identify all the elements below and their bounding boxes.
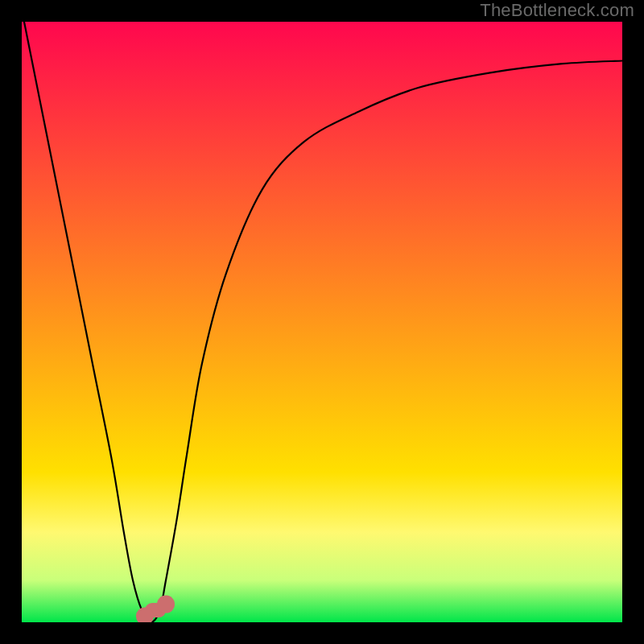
watermark-text: TheBottleneck.com bbox=[480, 0, 634, 21]
curve-min-marker-right bbox=[157, 596, 175, 613]
bottleneck-chart bbox=[0, 0, 644, 644]
chart-gradient-bg bbox=[22, 22, 622, 622]
chart-stage: TheBottleneck.com bbox=[0, 0, 644, 644]
